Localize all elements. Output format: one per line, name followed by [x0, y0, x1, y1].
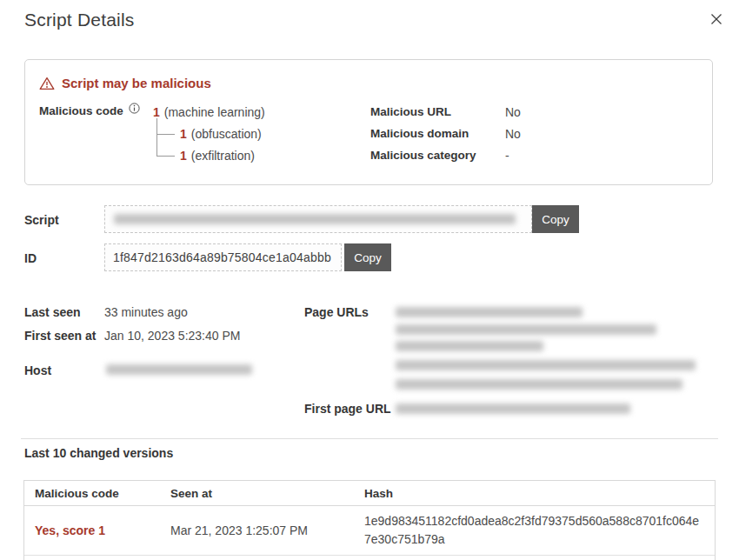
page-url-redacted [396, 360, 696, 370]
versions-table: Malicious code Seen at Hash Yes, score 1… [23, 480, 716, 560]
first-seen-label: First seen at [24, 329, 96, 343]
page-url-redacted [396, 307, 583, 317]
first-page-url-redacted [396, 403, 630, 414]
malicious-category-label: Malicious category [370, 149, 476, 162]
cell-seen-at: Mar 21, 2023 1:25:07 PM [170, 523, 364, 537]
section-divider [21, 438, 718, 439]
malicious-url-value: No [505, 105, 521, 119]
column-header-seen-at: Seen at [170, 487, 364, 500]
id-value: 1f847d2163d64a89b75804ce1a04abbb [105, 244, 341, 270]
column-header-malicious-code: Malicious code [24, 487, 170, 500]
table-row [24, 556, 715, 560]
cell-hash: 1e9d983451182cfd0adea8c2f3fd79375d560a58… [364, 512, 715, 549]
malicious-warning-panel: Script may be malicious Malicious code 1… [24, 59, 713, 185]
script-label: Script [24, 213, 59, 227]
warning-heading: Script may be malicious [62, 76, 211, 90]
malicious-domain-value: No [505, 127, 521, 141]
dialog-title: Script Details [24, 10, 135, 30]
first-seen-value: Jan 10, 2023 5:23:40 PM [104, 329, 240, 343]
page-url-redacted [396, 379, 682, 390]
host-label: Host [24, 363, 51, 377]
tree-child-count: 1 [180, 127, 187, 141]
id-copy-button[interactable]: Copy [344, 243, 391, 271]
script-copy-button[interactable]: Copy [532, 205, 579, 233]
malicious-url-label: Malicious URL [370, 105, 451, 118]
last-seen-value: 33 minutes ago [104, 305, 188, 319]
column-header-hash: Hash [364, 487, 715, 500]
host-value-redacted [106, 364, 252, 375]
table-header-row: Malicious code Seen at Hash [24, 481, 715, 506]
script-value-field [104, 205, 532, 233]
close-icon [709, 11, 724, 27]
table-row: Yes, score 1 Mar 21, 2023 1:25:07 PM 1e9… [24, 506, 715, 556]
id-value-field: 1f847d2163d64a89b75804ce1a04abbb [104, 243, 342, 271]
tree-connector-branch [156, 156, 175, 157]
tree-child-count: 1 [180, 149, 187, 163]
tree-root-label: (machine learning) [164, 105, 265, 119]
versions-heading: Last 10 changed versions [24, 446, 173, 460]
malicious-category-value: - [505, 149, 509, 163]
tree-connector-vertical [156, 118, 157, 157]
first-page-url-label: First page URL [304, 402, 391, 416]
malicious-domain-label: Malicious domain [370, 127, 469, 140]
cell-malicious-code: Yes, score 1 [24, 523, 170, 537]
warning-triangle-icon [39, 77, 55, 90]
id-label: ID [24, 251, 37, 265]
code-tree-child: 1 (obfuscation) [180, 127, 262, 141]
last-seen-label: Last seen [24, 305, 81, 319]
tree-root-count: 1 [153, 105, 160, 119]
script-value-redacted [114, 214, 516, 224]
tree-connector-branch [156, 134, 175, 135]
script-details-dialog: Script Details Script may be malicious M… [0, 0, 739, 560]
tree-child-label: (obfuscation) [191, 127, 262, 141]
code-tree-child: 1 (exfiltration) [180, 149, 255, 163]
code-tree-root: 1 (machine learning) [153, 105, 265, 119]
warning-heading-row: Script may be malicious [39, 76, 211, 90]
close-button[interactable] [706, 9, 727, 30]
page-url-redacted [396, 341, 543, 351]
page-url-redacted [396, 324, 656, 335]
info-icon[interactable] [129, 103, 140, 114]
page-urls-label: Page URLs [304, 305, 369, 319]
malicious-code-label: Malicious code [39, 104, 123, 117]
tree-child-label: (exfiltration) [191, 149, 255, 163]
malicious-code-label-row: Malicious code [39, 104, 140, 117]
